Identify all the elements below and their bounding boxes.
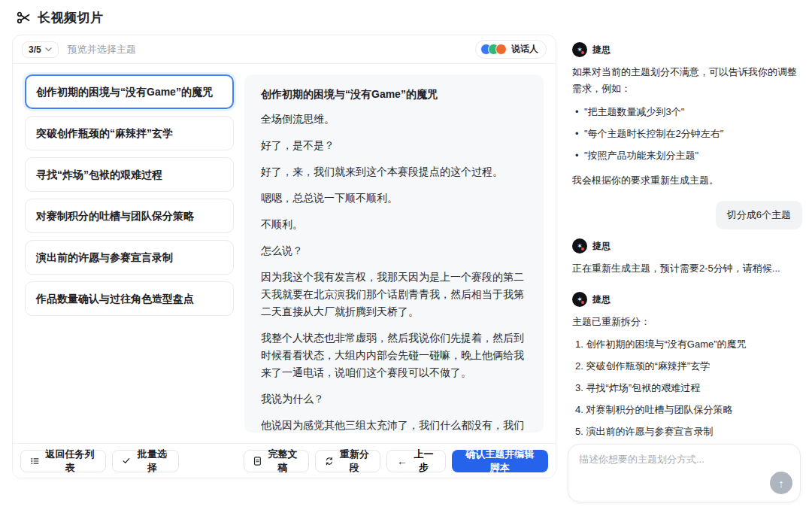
confirm-topics-label: 确认主题并编辑脚本 (462, 448, 538, 475)
document-icon (253, 456, 262, 466)
transcript-panel: 创作初期的困境与“没有Game”的魔咒 全场倒流思维。 好了，是不是？ 好了，来… (244, 74, 544, 433)
transcript-paragraph: 嗯嗯，总总说一下顺不顺利。 (261, 190, 527, 207)
batch-select-label: 批量选择 (135, 448, 169, 475)
arrow-up-icon: ↑ (778, 477, 784, 490)
result-lead-text: 主题已重新拆分： (572, 314, 802, 330)
batch-select-button[interactable]: 批量选择 (112, 450, 180, 472)
transcript-paragraph: 我说为什么？ (261, 390, 527, 408)
assistant-message-intro: ✶ 捷思 如果对当前的主题划分不满意，可以告诉我你的调整需求，例如： "把主题数… (572, 38, 802, 189)
user-message-bubble: 切分成6个主题 (716, 201, 802, 229)
result-topic-item: 寻找“炸场”包袱的艰难过程 (575, 381, 802, 396)
transcript-paragraph: 不顺利。 (261, 216, 527, 233)
topic-card-4[interactable]: 对赛制积分的吐槽与团队保分策略 (25, 199, 234, 233)
step-dropdown[interactable]: 3/5 (22, 41, 59, 58)
assistant-message-header: ✶ 捷思 (572, 42, 802, 57)
result-topic-item: 对赛制积分的吐槽与团队保分策略 (575, 402, 802, 417)
transcript-paragraph: 全场倒流思维。 (261, 111, 527, 128)
topic-list: 创作初期的困境与“没有Game”的魔咒 突破创作瓶颈的“麻辣拌”玄学 寻找“炸场… (25, 74, 234, 433)
assistant-avatar: ✶ (572, 292, 587, 307)
assistant-message-header: ✶ 捷思 (572, 238, 802, 253)
chat-input[interactable] (579, 454, 764, 465)
assistant-intro-text: 如果对当前的主题划分不满意，可以告诉我你的调整需求，例如： (572, 64, 802, 97)
speakers-label: 说话人 (511, 43, 538, 56)
transcript-paragraph: 好了，来，我们就来到这个本赛段提点的这个过程。 (261, 163, 527, 181)
result-topic-list: 创作初期的困境与“没有Game”的魔咒 突破创作瓶颈的“麻辣拌”玄学 寻找“炸场… (575, 337, 802, 438)
assistant-avatar: ✶ (572, 42, 587, 57)
result-topic-item: 创作初期的困境与“没有Game”的魔咒 (575, 337, 802, 352)
assistant-progress-text: 正在重新生成主题，预计需要2-5分钟，请稍候... (572, 260, 802, 277)
assistant-name: 捷思 (592, 240, 611, 253)
check-icon (122, 456, 131, 466)
transcript-paragraph: 好了，是不是？ (261, 137, 527, 154)
topic-card-3[interactable]: 寻找“炸场”包袱的艰难过程 (25, 157, 234, 192)
app-header: 长视频切片 (17, 9, 104, 26)
chat-messages: ✶ 捷思 如果对当前的主题划分不满意，可以告诉我你的调整需求，例如： "把主题数… (568, 32, 807, 438)
step-indicator: 3/5 (29, 44, 41, 55)
panel-body: 创作初期的困境与“没有Game”的魔咒 突破创作瓶颈的“麻辣拌”玄学 寻找“炸场… (13, 64, 556, 443)
panel-toolbar: 3/5 预览并选择主题 说话人 (13, 35, 556, 64)
topic-card-1[interactable]: 创作初期的困境与“没有Game”的魔咒 (25, 74, 234, 109)
chevron-down-icon (45, 47, 52, 52)
send-button[interactable]: ↑ (770, 472, 792, 494)
chat-input-container: ↑ (568, 444, 801, 502)
assistant-avatar: ✶ (572, 238, 587, 253)
footer-right-group: ← 上一步 确认主题并编辑脚本 (386, 450, 548, 472)
prev-step-button[interactable]: ← 上一步 (386, 450, 446, 472)
panel-footer: 返回任务列表 批量选择 完整文稿 (13, 443, 556, 478)
speaker-avatar-3 (495, 44, 507, 55)
assistant-message-progress: ✶ 捷思 正在重新生成主题，预计需要2-5分钟，请稍候... (572, 234, 802, 277)
refresh-icon (325, 456, 334, 466)
transcript-paragraph: 他说因为感觉其他三组太充沛了，我们什么都没有，我们提完这个点大家没有一点想法，对… (261, 417, 527, 433)
suggestion-list: "把主题数量减少到3个" "每个主题时长控制在2分钟左右" "按照产品功能来划分… (574, 105, 802, 163)
transcript-paragraph: 怎么说？ (261, 242, 527, 260)
prev-step-label: 上一步 (412, 448, 435, 475)
resegment-label: 重新分段 (338, 448, 371, 475)
back-to-tasks-label: 返回任务列表 (44, 448, 95, 475)
topic-card-5[interactable]: 演出前的许愿与参赛宣言录制 (25, 240, 234, 275)
back-to-tasks-button[interactable]: 返回任务列表 (20, 450, 106, 472)
list-icon (30, 456, 39, 466)
resegment-button[interactable]: 重新分段 (315, 450, 380, 472)
assistant-message-result: ✶ 捷思 主题已重新拆分： 创作初期的困境与“没有Game”的魔咒 突破创作瓶颈… (572, 287, 802, 438)
result-topic-item: 演出前的许愿与参赛宣言录制 (575, 424, 802, 438)
suggestion-item: "把主题数量减少到3个" (574, 105, 802, 120)
full-transcript-label: 完整文稿 (266, 448, 299, 475)
transcript-paragraph: 我整个人状态也非常虚弱，然后我说你们先提着，然后到时候看看状态，大组内内部会先碰… (261, 329, 527, 381)
topic-card-2[interactable]: 突破创作瓶颈的“麻辣拌”玄学 (25, 116, 234, 150)
assistant-chat-panel: ✶ 捷思 如果对当前的主题划分不满意，可以告诉我你的调整需求，例如： "把主题数… (568, 32, 807, 510)
confirm-topics-button[interactable]: 确认主题并编辑脚本 (452, 450, 548, 472)
toolbar-hint: 预览并选择主题 (68, 43, 136, 56)
main-panel: 3/5 预览并选择主题 说话人 创作初期的困境与“没有Game”的魔咒 突破创作… (12, 35, 556, 478)
topic-card-6[interactable]: 作品数量确认与过往角色造型盘点 (25, 281, 234, 316)
transcript-paragraph: 因为我这个我有发言权，我那天因为是上一个赛段的第二天我就要在北京演我们那个话剧青… (261, 269, 527, 320)
suggestion-item: "按照产品功能来划分主题" (574, 148, 802, 163)
footer-middle-group: 完整文稿 重新分段 (244, 450, 380, 472)
arrow-left-icon: ← (397, 456, 408, 466)
page-title: 长视频切片 (38, 9, 104, 26)
assistant-intro-outro: 我会根据你的要求重新生成主题。 (572, 172, 802, 189)
result-topic-item: 突破创作瓶颈的“麻辣拌”玄学 (575, 359, 802, 374)
suggestion-item: "每个主题时长控制在2分钟左右" (574, 126, 802, 141)
speaker-avatars (480, 44, 507, 55)
assistant-name: 捷思 (592, 44, 611, 56)
speakers-button[interactable]: 说话人 (475, 40, 547, 59)
scissors-icon (17, 11, 31, 25)
assistant-message-header: ✶ 捷思 (572, 292, 802, 307)
full-transcript-button[interactable]: 完整文稿 (244, 450, 308, 472)
transcript-title: 创作初期的困境与“没有Game”的魔咒 (261, 88, 527, 102)
assistant-name: 捷思 (592, 293, 611, 306)
